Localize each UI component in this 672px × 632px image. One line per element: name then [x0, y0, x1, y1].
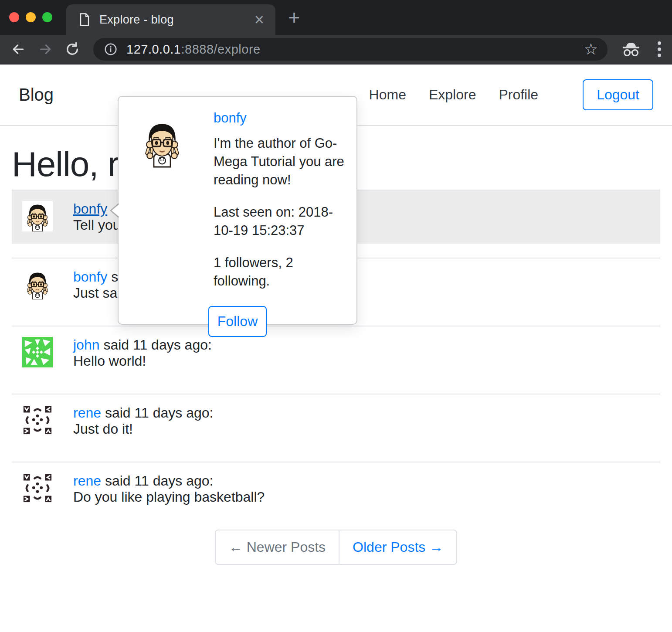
- back-button[interactable]: [10, 41, 27, 58]
- nav-links: Home Explore Profile Logout: [369, 79, 653, 110]
- browser-tab-strip: Explore - blog × +: [0, 0, 672, 35]
- zoom-window-button[interactable]: [42, 12, 52, 22]
- post-body: Hello world!: [73, 353, 212, 369]
- post-meta: bonfy s: [73, 269, 118, 285]
- tab-title: Explore - blog: [99, 13, 174, 27]
- popover-body: bonfy I'm the author of Go-Mega Tutorial…: [214, 109, 346, 324]
- user-avatar: [22, 337, 53, 367]
- post-body: Just sa: [73, 285, 118, 301]
- browser-toolbar: 127.0.0.1:8888/explore ☆: [0, 35, 672, 65]
- url-path: :8888/explore: [181, 42, 260, 57]
- tab-close-icon[interactable]: ×: [255, 11, 264, 28]
- older-posts-button[interactable]: Older Posts →: [339, 530, 457, 565]
- popover-follow-stats: 1 followers, 2 following.: [214, 254, 346, 290]
- window-controls: [9, 12, 52, 22]
- popover-bio: I'm the author of Go-Mega Tutorial you a…: [214, 134, 346, 189]
- post-meta: rene said 11 days ago:: [73, 473, 265, 489]
- new-tab-button[interactable]: +: [284, 8, 304, 28]
- nav-link-profile[interactable]: Profile: [499, 87, 538, 103]
- post-body: Tell you: [73, 217, 121, 233]
- user-popover: bonfy I'm the author of Go-Mega Tutorial…: [118, 96, 357, 325]
- reload-button[interactable]: [64, 41, 81, 58]
- logout-button[interactable]: Logout: [583, 79, 653, 110]
- browser-tab[interactable]: Explore - blog ×: [66, 4, 275, 35]
- brand[interactable]: Blog: [19, 85, 54, 105]
- user-avatar: [22, 201, 53, 231]
- post-row: rene said 11 days ago: Just do it!: [12, 394, 660, 448]
- newer-posts-button[interactable]: ← Newer Posts: [215, 530, 339, 565]
- follow-button[interactable]: Follow: [208, 306, 267, 337]
- user-avatar: [22, 473, 53, 503]
- post-meta: john said 11 days ago:: [73, 337, 212, 353]
- minimize-window-button[interactable]: [26, 12, 36, 22]
- user-avatar: [22, 269, 53, 299]
- post-meta: rene said 11 days ago:: [73, 405, 213, 421]
- author-link[interactable]: rene: [73, 405, 101, 421]
- browser-menu-icon[interactable]: [657, 41, 662, 58]
- url-host: 127.0.0.1: [126, 42, 181, 57]
- site-info-icon[interactable]: [104, 42, 118, 56]
- user-avatar: [22, 405, 53, 435]
- post-row: rene said 11 days ago: Do you like playi…: [12, 462, 660, 516]
- page-icon: [79, 13, 90, 26]
- close-window-button[interactable]: [9, 12, 19, 22]
- popover-username-link[interactable]: bonfy: [214, 109, 247, 127]
- forward-button[interactable]: [37, 41, 54, 58]
- author-link[interactable]: bonfy: [73, 269, 107, 285]
- incognito-icon: [621, 41, 641, 57]
- author-link[interactable]: rene: [73, 473, 101, 489]
- bookmark-star-icon[interactable]: ☆: [584, 40, 598, 58]
- author-link[interactable]: bonfy: [73, 201, 107, 217]
- popover-user-avatar: [138, 116, 187, 169]
- post-body: Just do it!: [73, 421, 213, 437]
- nav-link-home[interactable]: Home: [369, 87, 406, 103]
- address-bar[interactable]: 127.0.0.1:8888/explore ☆: [93, 38, 608, 61]
- post-body: Do you like playing basketball?: [73, 489, 265, 505]
- popover-last-seen: Last seen on: 2018-10-19 15:23:37: [214, 203, 346, 240]
- nav-link-explore[interactable]: Explore: [429, 87, 476, 103]
- pagination: ← Newer Posts Older Posts →: [12, 530, 660, 565]
- author-link[interactable]: john: [73, 337, 100, 353]
